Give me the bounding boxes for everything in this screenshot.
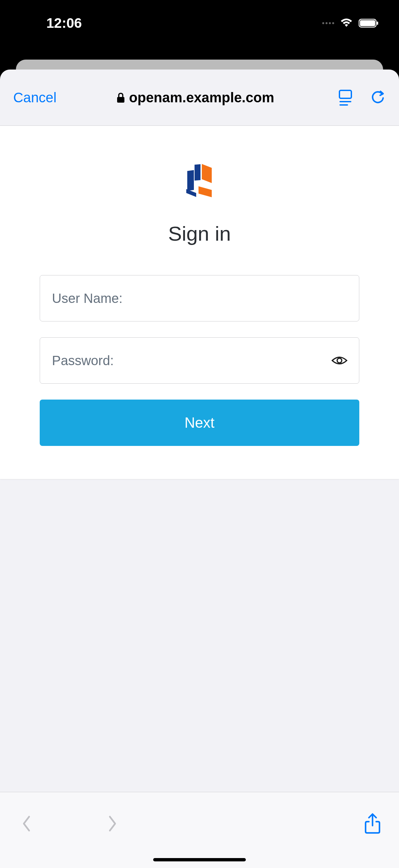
status-bar: 12:06 — [0, 0, 399, 46]
status-indicators — [322, 18, 379, 28]
home-indicator[interactable] — [153, 858, 246, 861]
status-time: 12:06 — [46, 15, 82, 31]
password-wrapper — [40, 337, 359, 384]
svg-rect-3 — [117, 97, 124, 103]
signin-card: Sign in Next — [0, 126, 399, 479]
cancel-button[interactable]: Cancel — [13, 90, 57, 105]
show-password-button[interactable] — [332, 352, 347, 368]
next-button[interactable]: Next — [40, 400, 359, 446]
address-bar[interactable]: openam.example.com — [67, 90, 324, 105]
bottom-toolbar — [0, 792, 399, 868]
reload-button[interactable] — [370, 90, 386, 105]
chevron-right-icon — [108, 815, 117, 832]
wifi-icon — [339, 18, 353, 28]
logo-container — [40, 162, 359, 202]
password-input[interactable] — [40, 337, 359, 384]
forward-button[interactable] — [103, 814, 123, 834]
back-button[interactable] — [16, 814, 36, 834]
browser-toolbar: Cancel openam.example.com — [0, 69, 399, 126]
chevron-left-icon — [22, 815, 31, 832]
reader-mode-button[interactable] — [337, 90, 353, 105]
share-button[interactable] — [363, 812, 383, 835]
cellular-dots-icon — [322, 22, 334, 24]
svg-rect-2 — [377, 22, 378, 25]
battery-icon — [359, 18, 379, 28]
url-text: openam.example.com — [129, 90, 274, 105]
reload-icon — [371, 90, 385, 105]
company-logo-icon — [181, 162, 218, 202]
username-input[interactable] — [40, 275, 359, 321]
share-icon — [364, 813, 381, 834]
page-title: Sign in — [40, 222, 359, 245]
lock-icon — [117, 92, 125, 103]
svg-rect-4 — [339, 90, 352, 98]
eye-icon — [332, 355, 347, 366]
svg-rect-1 — [360, 20, 375, 26]
reader-icon — [338, 90, 353, 105]
web-sheet: Cancel openam.example.com — [0, 69, 399, 868]
svg-point-7 — [337, 358, 342, 363]
